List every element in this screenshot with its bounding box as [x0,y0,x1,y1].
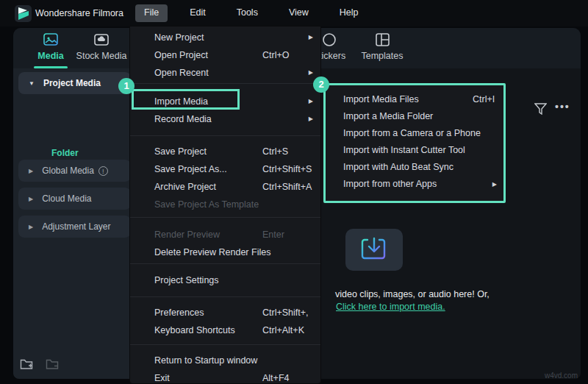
submenu-arrow-icon: ▶ [309,93,313,110]
step1-highlight-box [132,89,240,110]
menu-item-label: Import a Media Folder [343,111,433,121]
menu-item-import-from-other-apps[interactable]: Import from other Apps▶ [326,176,503,193]
menu-item-open-project[interactable]: Open ProjectCtrl+O [130,46,320,64]
sidebar-item-label: Adjustment Layer [42,221,110,232]
remove-folder-icon[interactable] [46,358,60,372]
menu-item-render-preview: Render PreviewEnter [130,226,320,243]
menubar-item-edit[interactable]: Edit [181,4,215,22]
menu-item-label: Save Project As Template [154,199,259,210]
sidebar-item-project-media[interactable]: ▼ Project Media [18,72,131,94]
menu-item-label: Preferences [154,307,204,318]
import-media-submenu: Import Media FilesCtrl+IImport a Media F… [323,83,506,203]
menu-item-shortcut: Ctrl+S [262,143,288,160]
file-menu-group: Return to Startup windowExitAlt+F4 [130,345,320,384]
menu-item-import-a-media-folder[interactable]: Import a Media Folder [326,108,503,125]
sidebar-item-adjustment-layer[interactable]: ▶ Adjustment Layer [18,216,131,238]
sidebar-item-global-media[interactable]: ▶ Global Media ! [18,160,131,182]
menu-item-label: Keyboard Shortcuts [154,325,235,335]
menubar-item-file[interactable]: File [135,4,168,22]
menu-item-save-project-as-template: Save Project As Template [130,196,320,213]
file-menu-group: New Project▶Open ProjectCtrl+OOpen Recen… [130,26,320,84]
title-bar: Wondershare Filmora FileEditToolsViewHel… [0,0,588,26]
menubar-item-tools[interactable]: Tools [228,4,267,22]
menubar-item-view[interactable]: View [280,4,318,22]
menu-item-import-with-auto-beat-sync[interactable]: Import with Auto Beat Sync [326,159,503,176]
menu-item-exit[interactable]: ExitAlt+F4 [130,369,320,384]
file-menu-group: Save ProjectCtrl+SSave Project As...Ctrl… [130,136,320,218]
menu-item-label: Return to Startup window [154,355,257,366]
template-icon [351,32,413,49]
watermark: w4vd.com [545,371,578,380]
filmora-logo [15,5,32,22]
menu-item-label: Delete Preview Render Files [154,247,270,257]
more-options-icon[interactable]: ••• [555,101,570,113]
menu-item-label: Project Settings [154,275,219,285]
menu-item-keyboard-shortcuts[interactable]: Keyboard ShortcutsCtrl+Alt+K [130,321,320,339]
caret-right-icon: ▶ [29,224,33,230]
import-media-link[interactable]: Click here to import media. [336,302,445,312]
dropzone-hint-text: video clips, images, or audio here! Or, [335,289,490,299]
step2-badge: 2 [313,77,329,93]
menu-item-label: Open Recent [154,68,209,78]
menu-item-shortcut: Ctrl+Shift+, [262,304,309,321]
menu-item-save-project[interactable]: Save ProjectCtrl+S [130,143,320,160]
info-icon: ! [98,166,108,176]
menu-item-label: Import from a Camera or a Phone [343,128,481,138]
menu-item-open-recent[interactable]: Open Recent▶ [130,64,320,82]
menu-item-import-media-files[interactable]: Import Media FilesCtrl+I [326,91,503,108]
file-menu: New Project▶Open ProjectCtrl+OOpen Recen… [129,26,321,384]
menu-item-new-project[interactable]: New Project▶ [130,29,320,46]
sidebar-item-cloud-media[interactable]: ▶ Cloud Media [18,188,131,210]
step1-badge: 1 [118,78,135,94]
sidebar-item-label: Project Media [43,78,101,88]
submenu-arrow-icon: ▶ [309,64,313,82]
menu-item-label: Exit [154,373,170,383]
menu-item-label: Open Project [154,50,208,60]
tab-templates[interactable]: Templates [351,32,413,61]
add-folder-icon[interactable] [20,358,34,372]
menu-item-save-project-as[interactable]: Save Project As...Ctrl+Shift+S [130,160,320,178]
sidebar: ▼ Project Media Folder ▶ Global Media ! … [13,68,134,379]
caret-right-icon: ▶ [29,168,33,174]
menu-item-import-from-a-camera-or-a-phone[interactable]: Import from a Camera or a Phone [326,125,503,142]
menu-item-label: Save Project [154,146,207,157]
sidebar-item-label: Cloud Media [42,193,91,204]
file-menu-group: PreferencesCtrl+Shift+,Keyboard Shortcut… [130,297,320,345]
submenu-arrow-icon: ▶ [492,176,497,193]
submenu-arrow-icon: ▶ [309,29,313,46]
menu-item-project-settings[interactable]: Project Settings [130,271,320,289]
download-icon [360,237,388,263]
import-drop-target[interactable] [345,229,403,271]
menu-item-shortcut: Enter [262,226,284,243]
menu-item-label: Save Project As... [154,164,227,174]
menu-item-label: Archive Project [154,182,216,192]
menu-item-label: Import Media Files [343,94,419,104]
menu-item-shortcut: Ctrl+O [262,46,289,64]
menu-item-label: Import with Auto Beat Sync [343,162,453,172]
menu-item-shortcut: Ctrl+Shift+A [262,178,312,196]
menu-item-label: Record Media [154,114,212,124]
menu-item-label: Render Preview [154,230,220,240]
caret-right-icon: ▶ [29,196,33,202]
menu-item-label: Import with Instant Cutter Tool [343,145,465,155]
menu-item-return-to-startup-window[interactable]: Return to Startup window [130,352,320,369]
file-menu-group: Render PreviewEnterDelete Preview Render… [130,218,320,264]
app-title: Wondershare Filmora [35,8,123,18]
menu-item-shortcut: Ctrl+Alt+K [262,321,304,339]
sidebar-item-label: Global Media [42,166,94,176]
sidebar-item-folder[interactable]: Folder [51,148,79,158]
filter-icon[interactable] [534,103,547,117]
menu-bar: FileEditToolsViewHelp [135,4,367,22]
menu-item-shortcut: Alt+F4 [262,369,289,384]
menu-item-archive-project[interactable]: Archive ProjectCtrl+Shift+A [130,178,320,196]
menu-item-shortcut: Ctrl+Shift+S [262,160,312,178]
submenu-arrow-icon: ▶ [309,110,313,128]
menu-item-delete-preview-render-files[interactable]: Delete Preview Render Files [130,243,320,261]
menubar-item-help[interactable]: Help [331,4,368,22]
menu-item-preferences[interactable]: PreferencesCtrl+Shift+, [130,304,320,321]
tab-label: Templates [351,51,413,61]
menu-item-label: New Project [154,32,204,43]
menu-item-record-media[interactable]: Record Media▶ [130,110,320,128]
file-menu-group: Project Settings [130,264,320,297]
menu-item-import-with-instant-cutter-tool[interactable]: Import with Instant Cutter Tool [326,142,503,159]
